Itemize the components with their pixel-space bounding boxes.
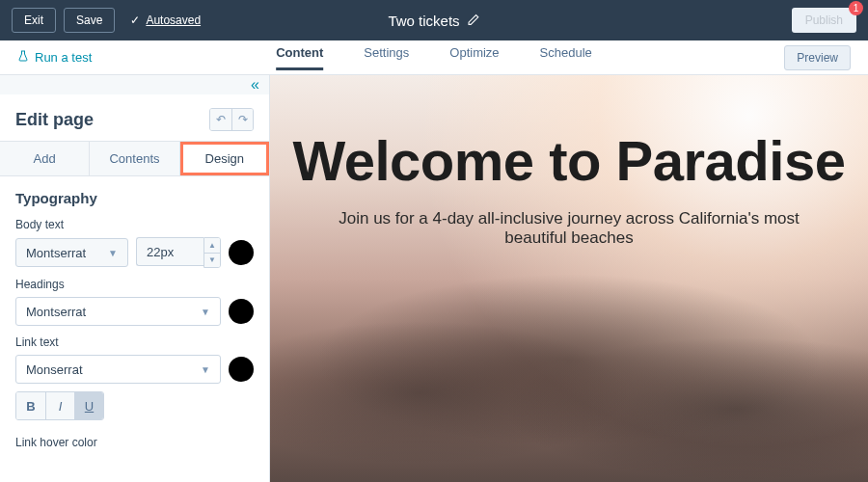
subnav-tabs: Content Settings Optimize Schedule <box>276 45 592 70</box>
sidebar-tab-design[interactable]: Design <box>180 142 269 175</box>
undo-redo-group: ↶ ↷ <box>209 108 254 131</box>
save-button[interactable]: Save <box>64 8 115 33</box>
link-hover-label: Link hover color <box>15 436 254 449</box>
main: « Edit page ↶ ↷ Add Contents Design Typo… <box>0 75 868 482</box>
body-size-input[interactable]: 22px <box>136 237 203 266</box>
sidebar-tab-contents[interactable]: Contents <box>90 142 179 175</box>
tab-optimize[interactable]: Optimize <box>449 45 499 70</box>
body-font-select[interactable]: Montserrat ▼ <box>15 238 128 267</box>
underline-icon: U <box>85 399 94 414</box>
underline-button[interactable]: U <box>74 392 103 419</box>
redo-icon: ↷ <box>238 113 248 126</box>
headings-font-select[interactable]: Montserrat ▼ <box>15 297 221 326</box>
body-size-down[interactable]: ▼ <box>204 253 220 267</box>
autosaved-indicator[interactable]: ✓ Autosaved <box>130 13 201 27</box>
undo-icon: ↶ <box>216 113 226 126</box>
check-icon: ✓ <box>130 13 140 27</box>
panel-header: Edit page ↶ ↷ <box>0 94 269 141</box>
tab-content[interactable]: Content <box>276 45 323 70</box>
bold-button[interactable]: B <box>16 392 45 419</box>
pencil-icon[interactable] <box>468 13 480 29</box>
tab-schedule[interactable]: Schedule <box>540 45 592 70</box>
chevron-down-icon: ▼ <box>201 364 210 375</box>
page-title-wrap: Two tickets <box>388 13 479 29</box>
canvas[interactable]: Welcome to Paradise Join us for a 4-day … <box>270 75 868 482</box>
body-size-stepper: ▲ ▼ <box>203 237 221 268</box>
link-text-label: Link text <box>15 335 254 349</box>
notification-badge: 1 <box>849 1 863 15</box>
hero-content: Welcome to Paradise Join us for a 4-day … <box>270 75 868 248</box>
sidebar-tab-add[interactable]: Add <box>0 142 90 175</box>
link-font-value: Monserrat <box>26 362 83 377</box>
chevron-double-left-icon: « <box>251 76 259 94</box>
bold-icon: B <box>26 399 35 414</box>
headings-color-swatch[interactable] <box>229 299 254 324</box>
sidebar: « Edit page ↶ ↷ Add Contents Design Typo… <box>0 75 270 482</box>
autosaved-label: Autosaved <box>146 13 201 27</box>
panel-body: Typography Body text Montserrat ▼ 22px ▲… <box>0 176 269 469</box>
preview-button[interactable]: Preview <box>784 45 851 70</box>
page-title: Two tickets <box>388 13 459 29</box>
undo-button[interactable]: ↶ <box>210 109 231 130</box>
typography-heading: Typography <box>15 190 254 206</box>
sidebar-tabs: Add Contents Design <box>0 141 269 176</box>
panel-title: Edit page <box>15 110 94 130</box>
headings-font-value: Montserrat <box>26 305 86 319</box>
run-test-link[interactable]: Run a test <box>17 50 92 65</box>
chevron-down-icon: ▼ <box>108 248 118 258</box>
top-bar: Exit Save ✓ Autosaved Two tickets Publis… <box>0 0 868 40</box>
text-style-group: B I U <box>15 391 104 420</box>
flask-icon <box>17 50 29 65</box>
link-color-swatch[interactable] <box>229 357 254 382</box>
italic-button[interactable]: I <box>45 392 74 419</box>
chevron-down-icon: ▼ <box>201 307 210 317</box>
hero-subtitle[interactable]: Join us for a 4-day all-inclusive journe… <box>270 192 868 248</box>
tab-settings[interactable]: Settings <box>364 45 409 70</box>
redo-button[interactable]: ↷ <box>231 109 253 130</box>
chevron-up-icon: ▲ <box>208 241 216 250</box>
link-font-select[interactable]: Monserrat ▼ <box>15 355 221 384</box>
run-test-label: Run a test <box>35 50 92 65</box>
body-font-value: Montserrat <box>26 246 86 260</box>
headings-label: Headings <box>15 278 254 291</box>
body-size-value: 22px <box>147 245 174 259</box>
body-color-swatch[interactable] <box>229 240 254 265</box>
body-text-label: Body text <box>15 218 254 231</box>
publish-button[interactable]: Publish <box>792 8 856 33</box>
sub-nav: Run a test Content Settings Optimize Sch… <box>0 40 868 75</box>
body-size-up[interactable]: ▲ <box>204 238 220 253</box>
hero-title[interactable]: Welcome to Paradise <box>270 131 868 192</box>
italic-icon: I <box>59 399 63 414</box>
collapse-sidebar-button[interactable]: « <box>0 75 269 94</box>
chevron-down-icon: ▼ <box>208 255 216 264</box>
exit-button[interactable]: Exit <box>12 8 56 33</box>
